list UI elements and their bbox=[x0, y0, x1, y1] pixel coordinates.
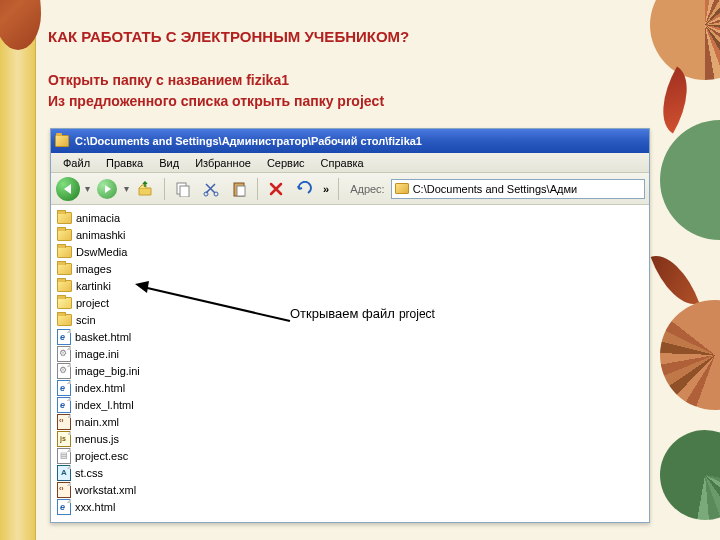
menu-bar: Файл Правка Вид Избранное Сервис Справка bbox=[51, 153, 649, 173]
file-name-label: xxx.html bbox=[75, 501, 115, 513]
html-file-icon bbox=[57, 380, 71, 396]
file-name-label: st.css bbox=[75, 467, 103, 479]
file-name-label: project.esc bbox=[75, 450, 128, 462]
address-label: Адрес: bbox=[350, 183, 385, 195]
folder-icon bbox=[57, 212, 72, 224]
file-name-label: project bbox=[76, 297, 109, 309]
arrow-left-icon bbox=[56, 177, 80, 201]
toolbar-separator bbox=[257, 178, 258, 200]
css-file-icon bbox=[57, 465, 71, 481]
file-name-label: workstat.xml bbox=[75, 484, 136, 496]
explorer-window: C:\Documents and Settings\Администратор\… bbox=[50, 128, 650, 523]
address-bar[interactable]: C:\Documents and Settings\Адми bbox=[391, 179, 645, 199]
copy-icon bbox=[175, 181, 191, 197]
generic-file-icon bbox=[57, 448, 71, 464]
file-row[interactable]: animacia bbox=[57, 209, 643, 226]
menu-tools[interactable]: Сервис bbox=[259, 155, 313, 171]
annotation-text: Открываем файлproject bbox=[290, 306, 435, 321]
html-file-icon bbox=[57, 499, 71, 515]
file-name-label: index.html bbox=[75, 382, 125, 394]
file-row[interactable]: index.html bbox=[57, 379, 643, 396]
file-name-label: DswMedia bbox=[76, 246, 127, 258]
xml-file-icon bbox=[57, 414, 71, 430]
html-file-icon bbox=[57, 329, 71, 345]
ini-file-icon bbox=[57, 346, 71, 362]
file-name-label: images bbox=[76, 263, 111, 275]
window-title: C:\Documents and Settings\Администратор\… bbox=[75, 135, 645, 147]
delete-x-icon bbox=[268, 181, 284, 197]
file-row[interactable]: workstat.xml bbox=[57, 481, 643, 498]
file-name-label: animacia bbox=[76, 212, 120, 224]
delete-button[interactable] bbox=[263, 176, 289, 202]
folder-icon bbox=[57, 314, 72, 326]
toolbar: ▾ ▾ » Адрес: C:\Documents and Settings\А… bbox=[51, 173, 649, 205]
clipboard-icon bbox=[231, 181, 247, 197]
file-name-label: scin bbox=[76, 314, 96, 326]
html-file-icon bbox=[57, 397, 71, 413]
file-row[interactable]: animashki bbox=[57, 226, 643, 243]
nav-forward-button[interactable] bbox=[94, 176, 120, 202]
instruction-line-1: Открыть папку с названием fizika1 bbox=[48, 70, 384, 91]
menu-edit[interactable]: Правка bbox=[98, 155, 151, 171]
folder-icon bbox=[57, 263, 72, 275]
file-row[interactable]: image_big.ini bbox=[57, 362, 643, 379]
chevron-down-icon[interactable]: ▾ bbox=[124, 183, 129, 194]
menu-help[interactable]: Справка bbox=[313, 155, 372, 171]
menu-view[interactable]: Вид bbox=[151, 155, 187, 171]
file-name-label: kartinki bbox=[76, 280, 111, 292]
folder-icon bbox=[57, 229, 72, 241]
svg-point-3 bbox=[214, 192, 218, 196]
file-row[interactable]: index_l.html bbox=[57, 396, 643, 413]
menu-favorites[interactable]: Избранное bbox=[187, 155, 259, 171]
address-text: C:\Documents and Settings\Адми bbox=[413, 183, 577, 195]
js-file-icon bbox=[57, 431, 71, 447]
file-row[interactable]: images bbox=[57, 260, 643, 277]
chevron-down-icon[interactable]: ▾ bbox=[85, 183, 90, 194]
copy-button[interactable] bbox=[170, 176, 196, 202]
svg-rect-5 bbox=[237, 186, 245, 196]
folder-icon bbox=[57, 297, 72, 309]
svg-rect-1 bbox=[180, 186, 189, 197]
file-list[interactable]: animaciaanimashkiDswMediaimageskartinkip… bbox=[51, 205, 649, 522]
toolbar-separator bbox=[164, 178, 165, 200]
toolbar-separator bbox=[338, 178, 339, 200]
file-row[interactable]: DswMedia bbox=[57, 243, 643, 260]
menu-file[interactable]: Файл bbox=[55, 155, 98, 171]
file-name-label: index_l.html bbox=[75, 399, 134, 411]
folder-up-icon bbox=[137, 180, 155, 198]
file-row[interactable]: image.ini bbox=[57, 345, 643, 362]
file-row[interactable]: main.xml bbox=[57, 413, 643, 430]
window-titlebar[interactable]: C:\Documents and Settings\Администратор\… bbox=[51, 129, 649, 153]
decorative-fans bbox=[640, 0, 720, 540]
folder-icon bbox=[57, 246, 72, 258]
instruction-line-2: Из предложенного списка открыть папку pr… bbox=[48, 91, 384, 112]
nav-back-button[interactable] bbox=[55, 176, 81, 202]
undo-icon bbox=[296, 181, 312, 197]
decorative-tassel-strip bbox=[0, 0, 36, 540]
xml-file-icon bbox=[57, 482, 71, 498]
file-row[interactable]: st.css bbox=[57, 464, 643, 481]
arrow-right-icon bbox=[97, 179, 117, 199]
slide-instructions: Открыть папку с названием fizika1 Из пре… bbox=[48, 70, 384, 112]
file-row[interactable]: kartinki bbox=[57, 277, 643, 294]
paste-button[interactable] bbox=[226, 176, 252, 202]
toolbar-overflow[interactable]: » bbox=[319, 183, 333, 195]
folder-icon bbox=[55, 135, 69, 147]
slide-heading: КАК РАБОТАТЬ С ЭЛЕКТРОННЫМ УЧЕБНИКОМ? bbox=[48, 28, 409, 45]
file-name-label: main.xml bbox=[75, 416, 119, 428]
file-name-label: image.ini bbox=[75, 348, 119, 360]
file-name-label: basket.html bbox=[75, 331, 131, 343]
ini-file-icon bbox=[57, 363, 71, 379]
file-row[interactable]: xxx.html bbox=[57, 498, 643, 515]
undo-button[interactable] bbox=[291, 176, 317, 202]
file-name-label: menus.js bbox=[75, 433, 119, 445]
file-row[interactable]: project.esc bbox=[57, 447, 643, 464]
cut-button[interactable] bbox=[198, 176, 224, 202]
folder-icon bbox=[57, 280, 72, 292]
file-name-label: image_big.ini bbox=[75, 365, 140, 377]
folder-icon bbox=[395, 183, 409, 194]
file-row[interactable]: menus.js bbox=[57, 430, 643, 447]
nav-up-button[interactable] bbox=[133, 176, 159, 202]
scissors-icon bbox=[203, 181, 219, 197]
file-row[interactable]: basket.html bbox=[57, 328, 643, 345]
